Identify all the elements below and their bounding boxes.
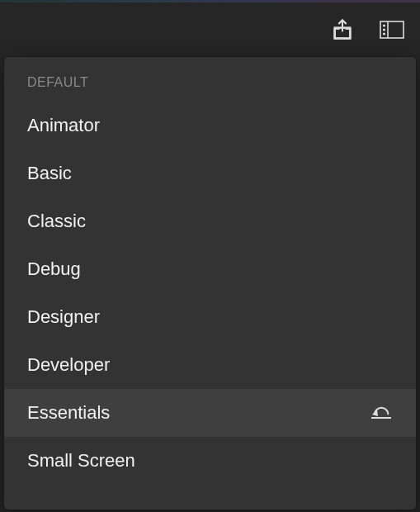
section-header-default: DEFAULT bbox=[4, 57, 416, 102]
workspace-item-small-screen[interactable]: Small Screen bbox=[4, 437, 416, 485]
workspace-item-label: Small Screen bbox=[27, 450, 135, 472]
svg-point-6 bbox=[384, 33, 385, 35]
workspace-item-label: Designer bbox=[27, 306, 100, 328]
workspace-item-label: Debug bbox=[27, 258, 81, 280]
workspace-item-label: Developer bbox=[27, 354, 110, 376]
workspace-item-label: Animator bbox=[27, 115, 100, 136]
workspace-item-designer[interactable]: Designer bbox=[4, 293, 416, 341]
reset-icon[interactable] bbox=[370, 405, 393, 420]
toolbar bbox=[0, 2, 420, 56]
svg-point-5 bbox=[384, 29, 385, 31]
workspace-item-animator[interactable]: Animator bbox=[4, 102, 416, 149]
workspace-item-label: Essentials bbox=[27, 402, 110, 424]
workspace-item-debug[interactable]: Debug bbox=[4, 245, 416, 293]
workspace-item-essentials[interactable]: Essentials bbox=[4, 389, 416, 437]
workspace-item-basic[interactable]: Basic bbox=[4, 149, 416, 197]
workspace-item-developer[interactable]: Developer bbox=[4, 341, 416, 389]
workspace-dropdown: DEFAULT AnimatorBasicClassicDebugDesigne… bbox=[3, 56, 417, 510]
svg-point-4 bbox=[384, 25, 385, 26]
share-icon[interactable] bbox=[329, 17, 356, 43]
top-accent-bar bbox=[0, 0, 420, 2]
workspace-item-label: Classic bbox=[27, 211, 86, 232]
workspace-panel-icon[interactable] bbox=[379, 17, 405, 43]
workspace-item-classic[interactable]: Classic bbox=[4, 197, 416, 245]
workspace-item-label: Basic bbox=[27, 163, 72, 184]
